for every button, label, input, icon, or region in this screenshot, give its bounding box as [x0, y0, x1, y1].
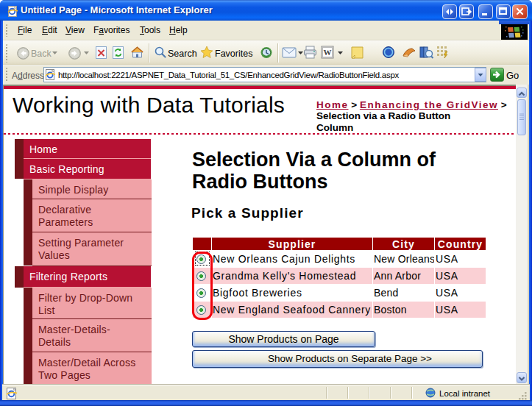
svg-text:W: W	[324, 48, 332, 57]
